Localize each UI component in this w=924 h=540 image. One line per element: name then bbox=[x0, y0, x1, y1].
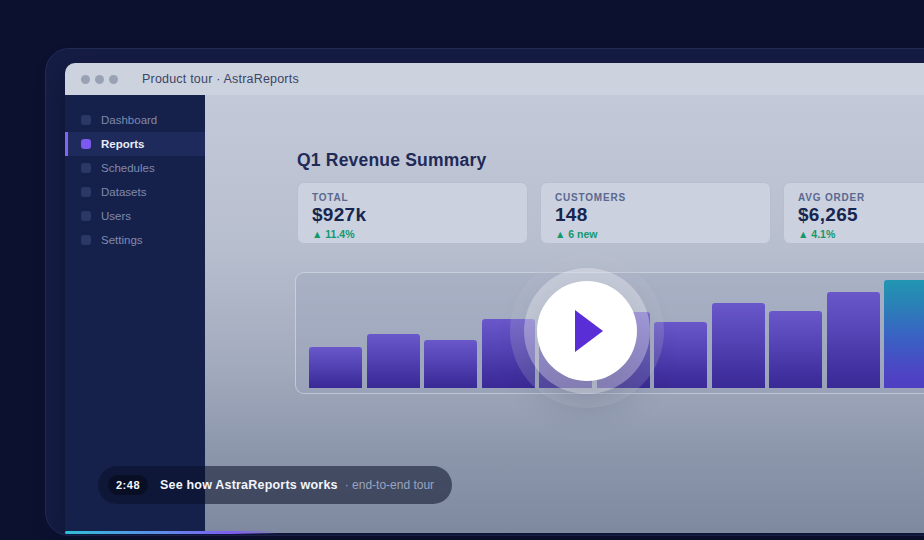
sidebar-item-reports[interactable]: Reports bbox=[65, 132, 205, 156]
window-accent-gradient bbox=[65, 531, 277, 534]
page-title: Q1 Revenue Summary bbox=[297, 150, 486, 171]
chart-bar bbox=[482, 319, 535, 388]
play-icon bbox=[575, 310, 603, 352]
sidebar-item-label: Users bbox=[101, 210, 131, 222]
sidebar-item-label: Reports bbox=[101, 138, 144, 150]
schedules-icon bbox=[81, 163, 91, 173]
sidebar-item-label: Dashboard bbox=[101, 114, 157, 126]
window-titlebar: Product tour · AstraReports bbox=[65, 63, 924, 95]
datasets-icon bbox=[81, 187, 91, 197]
sidebar-item-label: Settings bbox=[101, 234, 143, 246]
stat-card-label: CUSTOMERS bbox=[555, 192, 756, 203]
chart-bar bbox=[827, 292, 880, 388]
play-button[interactable] bbox=[537, 281, 637, 381]
stat-cards: TOTAL$927k▲ 11.4%CUSTOMERS148▲ 6 newAVG … bbox=[297, 182, 924, 244]
stat-card-label: TOTAL bbox=[312, 192, 513, 203]
sidebar-item-settings[interactable]: Settings bbox=[65, 228, 205, 252]
sidebar-item-users[interactable]: Users bbox=[65, 204, 205, 228]
page-background: { "window": { "title": "Product tour · A… bbox=[0, 0, 924, 540]
sidebar-item-schedules[interactable]: Schedules bbox=[65, 156, 205, 180]
chart-bar bbox=[424, 340, 477, 388]
video-subtitle: · end-to-end tour bbox=[345, 478, 434, 492]
window-controls[interactable] bbox=[81, 75, 118, 84]
users-icon bbox=[81, 211, 91, 221]
video-title: See how AstraReports works bbox=[160, 478, 338, 492]
settings-icon bbox=[81, 235, 91, 245]
chart-bar bbox=[712, 303, 765, 388]
video-duration-badge: 2:48 bbox=[108, 475, 148, 495]
stat-card: AVG ORDER$6,265▲ 4.1% bbox=[783, 182, 924, 244]
stat-card-delta: ▲ 11.4% bbox=[312, 228, 513, 240]
sidebar-item-label: Schedules bbox=[101, 162, 155, 174]
maximize-window-icon[interactable] bbox=[109, 75, 118, 84]
sidebar-item-dashboard[interactable]: Dashboard bbox=[65, 108, 205, 132]
stat-card-delta: ▲ 4.1% bbox=[798, 228, 924, 240]
video-caption-bar[interactable]: 2:48 See how AstraReports works · end-to… bbox=[98, 466, 452, 504]
chart-bar bbox=[367, 334, 420, 388]
sidebar-nav: DashboardReportsSchedulesDatasetsUsersSe… bbox=[65, 95, 205, 252]
minimize-window-icon[interactable] bbox=[95, 75, 104, 84]
app-window: Product tour · AstraReports DashboardRep… bbox=[65, 63, 924, 533]
sidebar-item-datasets[interactable]: Datasets bbox=[65, 180, 205, 204]
close-window-icon[interactable] bbox=[81, 75, 90, 84]
stat-card-value: 148 bbox=[555, 204, 756, 226]
reports-icon bbox=[81, 139, 91, 149]
chart-bar bbox=[309, 347, 362, 388]
chart-bar bbox=[769, 311, 822, 388]
window-title: Product tour · AstraReports bbox=[142, 72, 299, 86]
stat-card-label: AVG ORDER bbox=[798, 192, 924, 203]
stat-card-value: $6,265 bbox=[798, 204, 924, 226]
stat-card: TOTAL$927k▲ 11.4% bbox=[297, 182, 528, 244]
stat-card: CUSTOMERS148▲ 6 new bbox=[540, 182, 771, 244]
sidebar-item-label: Datasets bbox=[101, 186, 146, 198]
stat-card-delta: ▲ 6 new bbox=[555, 228, 756, 240]
stat-card-value: $927k bbox=[312, 204, 513, 226]
dashboard-icon bbox=[81, 115, 91, 125]
chart-bar bbox=[654, 322, 707, 388]
chart-bar-highlighted bbox=[884, 280, 924, 388]
